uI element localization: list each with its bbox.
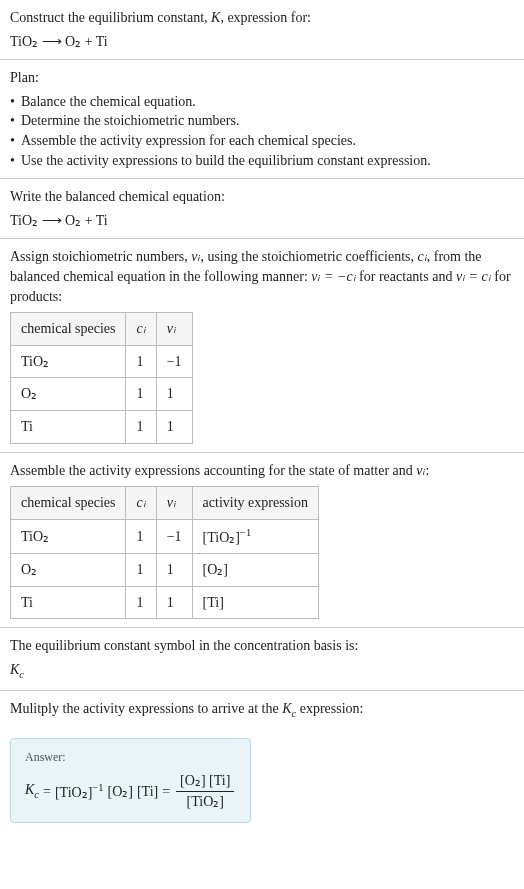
bullet-icon: •: [10, 151, 15, 171]
plan-text: Determine the stoichiometric numbers.: [21, 111, 240, 131]
frac-den: [TiO₂]: [176, 792, 234, 812]
expr-base: [Ti]: [203, 595, 224, 610]
activity-section: Assemble the activity expressions accoun…: [0, 453, 524, 629]
expr-sup: −1: [240, 527, 251, 538]
symbol-section: The equilibrium constant symbol in the c…: [0, 628, 524, 691]
term1-base: [TiO₂]: [55, 785, 92, 800]
plan-item: •Use the activity expressions to build t…: [10, 151, 514, 171]
col-ci: cᵢ: [126, 487, 156, 520]
plan-title: Plan:: [10, 68, 514, 88]
cell-activity: [O₂]: [192, 553, 318, 586]
cell-ci: 1: [126, 410, 156, 443]
plan-section: Plan: •Balance the chemical equation. •D…: [0, 60, 524, 179]
problem-statement: Construct the equilibrium constant, K, e…: [0, 0, 524, 60]
symbol-intro: The equilibrium constant symbol in the c…: [10, 636, 514, 656]
plan-item: •Assemble the activity expression for ea…: [10, 131, 514, 151]
col-vi: νᵢ: [156, 487, 192, 520]
bullet-icon: •: [10, 131, 15, 151]
fraction: [O₂] [Ti] [TiO₂]: [176, 771, 234, 811]
activity-table: chemical species cᵢ νᵢ activity expressi…: [10, 486, 319, 619]
cell-vi: 1: [156, 378, 192, 411]
cell-species: TiO₂: [11, 345, 126, 378]
plan-item: •Determine the stoichiometric numbers.: [10, 111, 514, 131]
construct-text-b: , expression for:: [220, 10, 311, 25]
balanced-equation: TiO₂ ⟶ O₂ + Ti: [10, 211, 514, 231]
term1-sup: −1: [92, 782, 103, 793]
nu-i: νᵢ: [416, 463, 425, 478]
cell-species: Ti: [11, 586, 126, 619]
kc-k: K: [10, 662, 19, 677]
kc-inline: Kc: [282, 701, 296, 716]
multiply-section: Mulitply the activity expressions to arr…: [0, 691, 524, 729]
K-symbol: K: [211, 10, 220, 25]
term1: [TiO₂]−1: [55, 781, 104, 802]
cell-ci: 1: [126, 586, 156, 619]
answer-box: Answer: Kc = [TiO₂]−1 [O₂] [Ti] = [O₂] […: [10, 738, 251, 823]
table-row: Ti 1 1 [Ti]: [11, 586, 319, 619]
construct-line: Construct the equilibrium constant, K, e…: [10, 8, 514, 28]
plan-list: •Balance the chemical equation. •Determi…: [10, 92, 514, 170]
cell-activity: [TiO₂]−1: [192, 519, 318, 553]
expr-base: [TiO₂]: [203, 529, 240, 544]
multiply-intro-b: expression:: [296, 701, 363, 716]
stoich-section: Assign stoichiometric numbers, νᵢ, using…: [0, 239, 524, 452]
plan-item: •Balance the chemical equation.: [10, 92, 514, 112]
cell-ci: 1: [126, 378, 156, 411]
cell-vi: −1: [156, 345, 192, 378]
cell-ci: 1: [126, 553, 156, 586]
stoich-intro-d: for reactants and: [356, 269, 456, 284]
stoich-intro-b: , using the stoichiometric coefficients,: [200, 249, 417, 264]
bullet-icon: •: [10, 111, 15, 131]
stoich-intro: Assign stoichiometric numbers, νᵢ, using…: [10, 247, 514, 306]
c-i: cᵢ: [418, 249, 427, 264]
col-species: chemical species: [11, 487, 126, 520]
kc-symbol: Kc: [10, 660, 514, 682]
equals-1: =: [43, 782, 51, 802]
cell-vi: 1: [156, 586, 192, 619]
stoich-table: chemical species cᵢ νᵢ TiO₂ 1 −1 O₂ 1 1 …: [10, 312, 193, 443]
plan-text: Use the activity expressions to build th…: [21, 151, 431, 171]
balanced-intro: Write the balanced chemical equation:: [10, 187, 514, 207]
table-row: TiO₂ 1 −1: [11, 345, 193, 378]
col-ci: cᵢ: [126, 313, 156, 346]
cell-species: TiO₂: [11, 519, 126, 553]
rel1: νᵢ = −cᵢ: [311, 269, 355, 284]
cell-species: Ti: [11, 410, 126, 443]
cell-vi: −1: [156, 519, 192, 553]
cell-species: O₂: [11, 553, 126, 586]
cell-ci: 1: [126, 345, 156, 378]
table-row: TiO₂ 1 −1 [TiO₂]−1: [11, 519, 319, 553]
expr-base: [O₂]: [203, 562, 228, 577]
col-activity: activity expression: [192, 487, 318, 520]
table-header-row: chemical species cᵢ νᵢ activity expressi…: [11, 487, 319, 520]
table-row: Ti 1 1: [11, 410, 193, 443]
col-species: chemical species: [11, 313, 126, 346]
cell-species: O₂: [11, 378, 126, 411]
frac-num: [O₂] [Ti]: [176, 771, 234, 792]
construct-text-a: Construct the equilibrium constant,: [10, 10, 211, 25]
table-row: O₂ 1 1 [O₂]: [11, 553, 319, 586]
cell-activity: [Ti]: [192, 586, 318, 619]
cell-vi: 1: [156, 410, 192, 443]
bullet-icon: •: [10, 92, 15, 112]
kc-k: K: [282, 701, 291, 716]
plan-text: Balance the chemical equation.: [21, 92, 196, 112]
cell-ci: 1: [126, 519, 156, 553]
plan-text: Assemble the activity expression for eac…: [21, 131, 356, 151]
rel2: νᵢ = cᵢ: [456, 269, 491, 284]
answer-expression: Kc = [TiO₂]−1 [O₂] [Ti] = [O₂] [Ti] [TiO…: [25, 771, 236, 811]
equals-2: =: [162, 782, 170, 802]
activity-intro-b: :: [426, 463, 430, 478]
cell-vi: 1: [156, 553, 192, 586]
table-header-row: chemical species cᵢ νᵢ: [11, 313, 193, 346]
table-row: O₂ 1 1: [11, 378, 193, 411]
kc-lhs: Kc: [25, 780, 39, 802]
multiply-intro-a: Mulitply the activity expressions to arr…: [10, 701, 282, 716]
stoich-intro-a: Assign stoichiometric numbers,: [10, 249, 191, 264]
balanced-section: Write the balanced chemical equation: Ti…: [0, 179, 524, 239]
answer-label: Answer:: [25, 749, 236, 766]
term3: [Ti]: [137, 782, 158, 802]
term2: [O₂]: [107, 782, 132, 802]
activity-intro-a: Assemble the activity expressions accoun…: [10, 463, 416, 478]
kc-sub: c: [19, 669, 24, 680]
